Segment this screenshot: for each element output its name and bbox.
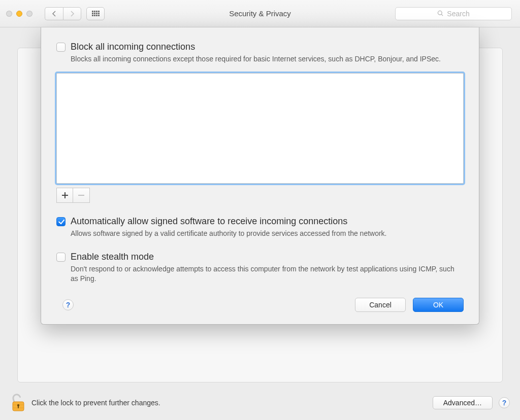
stealth-description: Don't respond to or acknowledge attempts… [71,264,457,284]
auto-allow-description: Allows software signed by a valid certif… [71,229,457,238]
content-area: Block all incoming connections Blocks al… [0,27,520,420]
chevron-left-icon [52,11,57,17]
zoom-window-button[interactable] [26,11,32,17]
block-all-row: Block all incoming connections [56,42,464,52]
ok-button[interactable]: OK [413,298,464,312]
search-placeholder: Search [447,10,469,18]
auto-allow-row: Automatically allow signed software to r… [56,216,464,227]
stealth-label: Enable stealth mode [71,252,154,262]
block-all-label: Block all incoming connections [71,42,195,52]
close-window-button[interactable] [6,11,12,17]
auto-allow-label: Automatically allow signed software to r… [71,216,347,227]
stealth-checkbox[interactable] [56,253,66,262]
plus-icon [62,192,68,198]
minimize-window-button[interactable] [16,11,22,17]
nav-back-forward [45,7,81,20]
auto-allow-checkbox[interactable] [56,217,66,226]
remove-app-button[interactable] [73,188,89,202]
lock-area[interactable]: Click the lock to prevent further change… [10,393,160,413]
grid-icon [92,11,100,16]
chevron-right-icon [70,11,75,17]
window-titlebar: Security & Privacy Search [0,0,520,27]
allowed-apps-list[interactable] [56,73,464,184]
sheet-help-button[interactable]: ? [62,299,74,310]
window-help-button[interactable]: ? [499,397,510,408]
advanced-button[interactable]: Advanced… [433,396,493,409]
show-all-prefs-button[interactable] [86,7,105,20]
block-all-description: Blocks all incoming connections except t… [71,54,457,64]
back-button[interactable] [45,7,63,20]
block-all-checkbox[interactable] [56,43,66,52]
forward-button[interactable] [63,7,81,20]
sheet-footer: ? Cancel OK [56,298,464,312]
add-app-button[interactable] [57,188,73,202]
lock-text: Click the lock to prevent further change… [31,399,160,407]
svg-rect-0 [78,195,84,196]
search-icon [437,10,444,17]
minus-icon [78,192,84,198]
firewall-options-sheet: Block all incoming connections Blocks al… [41,27,479,325]
search-input[interactable]: Search [395,7,512,20]
traffic-lights [6,11,32,17]
svg-rect-4 [18,405,19,408]
unlocked-lock-icon [10,393,26,413]
cancel-button[interactable]: Cancel [355,298,406,312]
stealth-row: Enable stealth mode [56,252,464,262]
window-footer: Click the lock to prevent further change… [10,392,510,414]
add-remove-group [56,188,90,203]
